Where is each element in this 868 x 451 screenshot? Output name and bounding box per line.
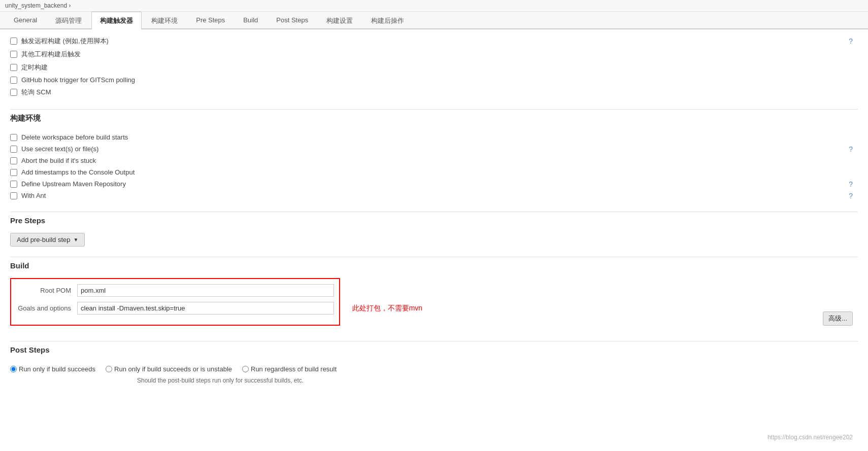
- tab-source[interactable]: 源码管理: [47, 12, 90, 29]
- trigger-checkbox-row-github_hook: GitHub hook trigger for GITScm polling: [10, 74, 858, 86]
- checkbox-label-with_ant: With Ant: [21, 192, 46, 199]
- goals-label: Goals and options: [16, 304, 77, 312]
- env-checkbox-row-delete_ws: Delete workspace before build starts: [10, 131, 858, 143]
- presteps-section: Pre Steps Add pre-build step ▼: [10, 216, 858, 247]
- help-icon-env-secret[interactable]: ?: [849, 145, 853, 153]
- breadcrumb: unity_system_backend ›: [5, 2, 71, 9]
- build-highlight-wrapper: Root POM Goals and options 此处打包，不需要mvn 高…: [10, 278, 858, 331]
- root-pom-row: Root POM: [16, 284, 334, 297]
- tab-build[interactable]: Build: [235, 12, 266, 29]
- poststeps-title: Post Steps: [10, 345, 858, 356]
- checkbox-scheduled[interactable]: [10, 64, 17, 71]
- add-prebuild-step-label: Add pre-build step: [17, 236, 71, 244]
- checkbox-label-timestamps: Add timestamps to the Console Output: [21, 168, 135, 176]
- trigger-checkbox-row-scheduled: 定时构建: [10, 61, 858, 74]
- build-highlight-box: Root POM Goals and options: [10, 278, 340, 326]
- goals-row: Goals and options: [16, 302, 334, 315]
- root-pom-label: Root POM: [16, 287, 77, 294]
- help-icon-env-with_ant[interactable]: ?: [849, 192, 853, 200]
- trigger-checkbox-row-after_other: 其他工程构建后触发: [10, 48, 858, 61]
- checkbox-with_ant[interactable]: [10, 192, 17, 199]
- add-prebuild-step-button[interactable]: Add pre-build step ▼: [10, 233, 85, 247]
- tab-settings[interactable]: 构建设置: [318, 12, 361, 29]
- checkbox-delete_ws[interactable]: [10, 134, 17, 141]
- tab-env[interactable]: 构建环境: [143, 12, 186, 29]
- root-pom-input[interactable]: [77, 284, 334, 297]
- build-section: Build Root POM Goals and options 此处打包，不需…: [10, 261, 858, 331]
- tab-general[interactable]: General: [5, 12, 46, 29]
- tab-postaction[interactable]: 构建后操作: [362, 12, 413, 29]
- tab-bar: General源码管理构建触发器构建环境Pre StepsBuildPost S…: [0, 12, 868, 29]
- checkbox-poll_scm[interactable]: [10, 89, 17, 96]
- poststeps-section: Post Steps Run only if build succeedsRun…: [10, 345, 858, 384]
- checkbox-github_hook[interactable]: [10, 77, 17, 84]
- checkbox-timestamps[interactable]: [10, 169, 17, 176]
- dropdown-arrow-icon: ▼: [74, 237, 79, 242]
- checkbox-label-github_hook: GitHub hook trigger for GITScm polling: [21, 76, 135, 84]
- help-icon-remote[interactable]: ?: [849, 37, 853, 45]
- build-env-section: 构建环境 Delete workspace before build start…: [10, 114, 858, 201]
- build-title: Build: [10, 261, 858, 272]
- poststeps-radio-row: Run only if build succeedsRun only if bu…: [10, 362, 858, 376]
- trigger-section: 触发远程构建 (例如,使用脚本)?其他工程构建后触发定时构建GitHub hoo…: [10, 34, 858, 99]
- checkbox-secret[interactable]: [10, 146, 17, 153]
- radio-success_only[interactable]: [10, 366, 17, 372]
- checkbox-label-secret: Use secret text(s) or file(s): [21, 145, 98, 153]
- checkbox-label-delete_ws: Delete workspace before build starts: [21, 133, 128, 141]
- advanced-btn-wrapper: 高级...: [823, 311, 853, 326]
- trigger-checkbox-row-remote: 触发远程构建 (例如,使用脚本)?: [10, 34, 858, 48]
- env-checkbox-row-timestamps: Add timestamps to the Console Output: [10, 166, 858, 178]
- env-checkbox-row-abort: Abort the build if it's stuck: [10, 155, 858, 166]
- checkbox-label-scheduled: 定时构建: [21, 63, 48, 72]
- checkbox-label-poll_scm: 轮询 SCM: [21, 88, 51, 97]
- help-icon-env-upstream_maven[interactable]: ?: [849, 180, 853, 188]
- build-env-title: 构建环境: [10, 114, 858, 125]
- radio-label-regardless[interactable]: Run regardless of build result: [242, 365, 337, 373]
- radio-option-label-success_only: Run only if build succeeds: [19, 365, 95, 373]
- presteps-title: Pre Steps: [10, 216, 858, 227]
- tab-trigger[interactable]: 构建触发器: [91, 12, 142, 29]
- env-checkbox-row-secret: Use secret text(s) or file(s)?: [10, 143, 858, 155]
- env-checkbox-row-upstream_maven: Define Upstream Maven Repository?: [10, 178, 858, 190]
- checkbox-after_other[interactable]: [10, 51, 17, 58]
- checkbox-label-remote: 触发远程构建 (例如,使用脚本): [21, 37, 109, 46]
- checkbox-upstream_maven[interactable]: [10, 181, 17, 188]
- checkbox-label-upstream_maven: Define Upstream Maven Repository: [21, 180, 126, 188]
- tab-presteps[interactable]: Pre Steps: [187, 12, 233, 29]
- radio-label-success_only[interactable]: Run only if build succeeds: [10, 365, 95, 373]
- advanced-button[interactable]: 高级...: [823, 311, 853, 326]
- checkbox-abort[interactable]: [10, 157, 17, 164]
- checkbox-remote[interactable]: [10, 38, 17, 45]
- radio-option-label-success_unstable: Run only if build succeeds or is unstabl…: [114, 365, 232, 373]
- tab-poststeps[interactable]: Post Steps: [268, 12, 317, 29]
- poststeps-note: Should the post-build steps run only for…: [137, 376, 858, 384]
- checkbox-label-after_other: 其他工程构建后触发: [21, 50, 81, 59]
- radio-option-label-regardless: Run regardless of build result: [251, 365, 337, 373]
- env-checkbox-row-with_ant: With Ant?: [10, 190, 858, 201]
- radio-success_unstable[interactable]: [106, 366, 112, 372]
- trigger-checkbox-row-poll_scm: 轮询 SCM: [10, 86, 858, 99]
- build-annotation: 此处打包，不需要mvn: [352, 304, 422, 312]
- radio-label-success_unstable[interactable]: Run only if build succeeds or is unstabl…: [106, 365, 232, 373]
- watermark: https://blog.csdn.net/rengee202: [767, 434, 853, 441]
- radio-regardless[interactable]: [242, 366, 249, 372]
- checkbox-label-abort: Abort the build if it's stuck: [21, 157, 96, 164]
- goals-input[interactable]: [77, 302, 334, 315]
